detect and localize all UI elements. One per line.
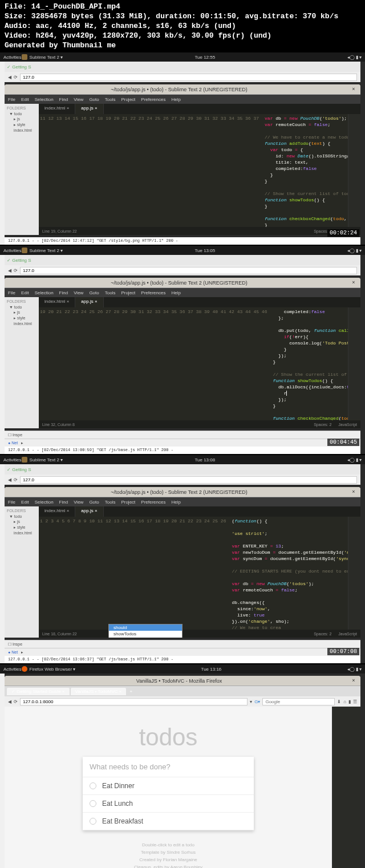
menu-item[interactable]: Preferences <box>141 290 165 295</box>
app-menu[interactable]: Sublime Text 2 ▾ <box>30 55 63 60</box>
sublime-icon <box>22 54 27 60</box>
url-input[interactable] <box>20 267 357 274</box>
todo-checkbox[interactable] <box>90 782 96 789</box>
menu-item[interactable]: Selection <box>35 500 54 505</box>
tree-item[interactable]: ▸ style <box>7 315 36 321</box>
menu-item[interactable]: Goto <box>89 97 99 102</box>
code-editor[interactable]: (function() { 'use strict'; var ENTER_KE… <box>229 517 348 630</box>
menu-item[interactable]: Tools <box>105 500 116 505</box>
app-menu[interactable]: Firefox Web Browser ▾ <box>30 667 76 672</box>
folder-sidebar: FOLDERS ▼ todo▸ js▸ styleindex.html <box>5 104 39 235</box>
tree-item[interactable]: ▸ style <box>7 122 36 128</box>
url-input[interactable] <box>20 74 357 81</box>
new-todo-input[interactable]: What needs to be done? <box>83 757 254 777</box>
close-icon[interactable]: × <box>350 489 357 496</box>
editor-tab[interactable]: index.html × <box>39 506 75 517</box>
menu-item[interactable]: Find <box>59 500 68 505</box>
tree-item[interactable]: ▼ todo <box>7 305 36 310</box>
app-title: todos <box>5 724 332 751</box>
menu-item[interactable]: View <box>74 500 83 505</box>
video-metadata: File: 14_-_PouchDB_API.mp4 Size: 3285467… <box>0 0 365 52</box>
search-input[interactable] <box>262 698 335 705</box>
menu-item[interactable]: Selection <box>35 97 54 102</box>
menu-item[interactable]: Project <box>121 290 135 295</box>
downloads-icon[interactable]: ⬇ <box>337 699 341 704</box>
reload-icon[interactable]: ⟳ <box>14 75 18 80</box>
todo-item[interactable]: Eat Lunch <box>83 795 254 813</box>
autocomplete-item[interactable]: Show <box>109 637 182 638</box>
menu-item[interactable]: Edit <box>21 290 29 295</box>
todo-item[interactable]: Eat Breakfast <box>83 813 254 830</box>
menu-item[interactable]: View <box>74 97 83 102</box>
sublime-window: ~/todo/js/app.js • (todo) - Sublime Text… <box>5 84 360 235</box>
tree-item[interactable]: ▼ todo <box>7 111 36 116</box>
tree-item[interactable]: ▸ js <box>7 310 36 315</box>
app-menu[interactable]: Sublime Text 2 ▾ <box>30 248 63 253</box>
thumbnail-3: ActivitiesSublime Text 2 ▾Tue 13:08◂◯ ▮ … <box>0 455 365 663</box>
menu-item[interactable]: Preferences <box>141 97 165 102</box>
menu-item[interactable]: Edit <box>21 97 29 102</box>
menu-item[interactable]: File <box>8 97 15 102</box>
tree-item[interactable]: ▸ js <box>7 116 36 122</box>
autocomplete-item[interactable]: should <box>109 624 182 631</box>
menu-item[interactable]: Project <box>121 97 135 102</box>
menu-item[interactable]: Selection <box>35 290 54 295</box>
menu-item[interactable]: File <box>8 500 15 505</box>
url-input[interactable] <box>20 476 357 484</box>
new-tab-icon[interactable]: + <box>127 689 135 694</box>
back-icon[interactable]: ◀ <box>8 75 11 80</box>
menu-icon[interactable]: ☰ <box>353 699 357 704</box>
activities-button[interactable]: Activities <box>3 667 22 672</box>
editor-tab[interactable]: index.html × <box>39 297 75 307</box>
tree-item[interactable]: ▸ js <box>7 519 36 525</box>
minimap[interactable] <box>348 114 360 227</box>
todo-checkbox[interactable] <box>90 800 96 807</box>
clock: Tue 13:08 <box>63 457 347 463</box>
tree-item[interactable]: index.html <box>7 321 36 326</box>
menu-item[interactable]: Help <box>171 97 180 102</box>
menu-item[interactable]: Help <box>171 500 180 505</box>
editor-tab[interactable]: app.js × <box>75 297 103 307</box>
code-editor[interactable]: var db = new PouchDB('todos'); var remot… <box>262 114 348 227</box>
editor-tab[interactable]: app.js × <box>75 506 103 517</box>
menu-item[interactable]: Tools <box>105 290 116 295</box>
tree-item[interactable]: ▼ todo <box>7 514 36 519</box>
menu-item[interactable]: File <box>8 290 15 295</box>
activities-button[interactable]: Activities <box>3 55 22 60</box>
reload-icon[interactable]: ⟳ <box>14 699 18 704</box>
code-editor[interactable]: completed:false }; db.put(todo, function… <box>270 307 348 420</box>
autocomplete-item[interactable]: showTodos <box>109 631 182 637</box>
close-icon[interactable]: × <box>350 279 357 286</box>
close-icon[interactable]: × <box>350 86 357 93</box>
tree-item[interactable]: index.html <box>7 128 36 133</box>
bookmark-icon[interactable]: ▮ <box>348 699 351 704</box>
activities-button[interactable]: Activities <box>3 457 22 463</box>
todo-item[interactable]: Eat Dinner <box>83 777 254 795</box>
browser-tab[interactable]: ✓ Getting S <box>7 64 31 70</box>
editor-tab[interactable]: index.html × <box>39 104 75 114</box>
menu-item[interactable]: Help <box>171 290 180 295</box>
menu-item[interactable]: Tools <box>105 97 116 102</box>
tree-item[interactable]: ▸ style <box>7 525 36 530</box>
url-input[interactable] <box>20 698 248 705</box>
activities-button[interactable]: Activities <box>3 248 22 253</box>
autocomplete-popup[interactable]: should showTodos Show <box>108 624 182 638</box>
back-icon[interactable]: ◀ <box>8 699 11 704</box>
menu-item[interactable]: Find <box>59 97 68 102</box>
editor-tab[interactable]: app.js × <box>75 104 103 114</box>
tree-item[interactable]: index.html <box>7 530 36 536</box>
menu-item[interactable]: View <box>74 290 83 295</box>
browser-tab[interactable]: ✓ Getting Started Guide × <box>7 688 70 695</box>
home-icon[interactable]: ⌂ <box>343 699 346 704</box>
close-icon[interactable]: × <box>350 678 357 684</box>
menu-item[interactable]: Edit <box>21 500 29 505</box>
thumbnail-1: Activities Sublime Text 2 ▾ Tue 12:55 ◂◯… <box>0 52 365 245</box>
menu-item[interactable]: Goto <box>89 500 99 505</box>
todo-checkbox[interactable] <box>90 818 96 825</box>
menu-item[interactable]: Project <box>121 500 135 505</box>
menu-item[interactable]: Preferences <box>141 500 165 505</box>
browser-tab[interactable]: VanillaJS • TodoMVC × <box>71 688 127 695</box>
app-menu[interactable]: Sublime Text 2 ▾ <box>30 457 63 463</box>
menu-item[interactable]: Goto <box>89 290 99 295</box>
menu-item[interactable]: Find <box>59 290 68 295</box>
